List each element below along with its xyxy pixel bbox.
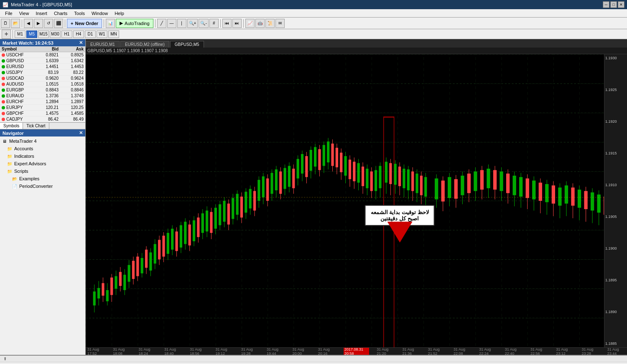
period-m30[interactable]: M30 — [50, 30, 61, 38]
market-watch-row[interactable]: GBPCHF 1.4575 1.4585 — [0, 111, 85, 116]
chart-tab-eurusd-m1[interactable]: EURUSD,M1 — [86, 41, 120, 48]
auto-trading-button[interactable]: ▶ AutoTrading — [116, 19, 153, 28]
period-d1[interactable]: D1 — [85, 30, 96, 38]
close-button[interactable]: ✕ — [618, 1, 624, 8]
svg-rect-120 — [327, 142, 329, 162]
grid-btn[interactable]: # — [209, 19, 219, 28]
line-btn[interactable]: ╱ — [157, 19, 166, 28]
svg-rect-173 — [454, 179, 458, 199]
svg-rect-96 — [275, 169, 278, 190]
svg-rect-90 — [262, 177, 265, 197]
market-watch-row[interactable]: EURGBP 0.8843 0.8846 — [0, 87, 85, 93]
nav-examples-label: Examples — [19, 176, 39, 181]
price-5: 1.1910 — [605, 183, 626, 187]
nav-accounts[interactable]: 📁 Accounts — [0, 145, 85, 152]
forward-btn[interactable]: ▶ — [34, 19, 43, 28]
svg-rect-54 — [184, 222, 186, 244]
menu-insert[interactable]: Insert — [32, 10, 51, 17]
zoom-out-btn[interactable]: 🔍- — [199, 19, 208, 28]
market-watch-row[interactable]: GBPUSD 1.6339 1.6342 — [0, 58, 85, 64]
svg-rect-64 — [206, 210, 208, 231]
market-watch-row[interactable]: EURAUD 1.3736 1.3748 — [0, 93, 85, 99]
market-watch-row[interactable]: USDJPY 83.19 83.22 — [0, 70, 85, 76]
indicator-btn[interactable]: 📈 — [245, 19, 255, 28]
email-btn[interactable]: ✉ — [275, 19, 285, 28]
chart-tab-eurusd-m2[interactable]: EURUSD,M2 (offline) — [120, 41, 169, 48]
nav-expert-advisors[interactable]: 📁 Expert Advisors — [0, 160, 85, 167]
script-btn[interactable]: 📜 — [265, 19, 275, 28]
market-watch-row[interactable]: EURCHF 1.2894 1.2897 — [0, 99, 85, 105]
nav-scripts[interactable]: 📁 Scripts — [0, 167, 85, 175]
period-m1[interactable]: M1 — [15, 30, 25, 38]
new-order-button[interactable]: + New Order — [67, 19, 102, 28]
nav-indicators[interactable]: 📁 Indicators — [0, 152, 85, 160]
vline-btn[interactable]: | — [177, 19, 186, 28]
svg-rect-44 — [162, 236, 165, 257]
svg-rect-193 — [519, 177, 522, 197]
crosshair-btn[interactable]: ✛ — [2, 30, 11, 39]
open-btn[interactable]: 📂 — [11, 19, 20, 28]
period-m5[interactable]: M5 — [26, 30, 37, 38]
svg-rect-211 — [578, 190, 581, 207]
ts-17: 31 Aug 22:56 — [530, 347, 548, 355]
chart-canvas[interactable]: لاحظ توقيت بداية الشمعه اصبح كل دقيقتين … — [86, 54, 627, 347]
chart-bar-btn[interactable]: 📊 — [106, 19, 115, 28]
back-btn[interactable]: ◀ — [24, 19, 33, 28]
mw-tab-symbols[interactable]: Symbols — [0, 123, 23, 129]
period-m15[interactable]: M15 — [38, 30, 49, 38]
market-watch-row[interactable]: AUDUSD 1.0515 1.0518 — [0, 81, 85, 87]
mw-dot — [2, 65, 5, 68]
period-mn[interactable]: MN — [108, 30, 119, 38]
market-watch-close[interactable]: ✕ — [79, 40, 83, 46]
chart-tab-gbpusd-m5[interactable]: GBPUSD,M5 — [170, 41, 204, 48]
ts-18: 31 Aug 23:12 — [556, 347, 574, 355]
price-7: 1.1900 — [605, 246, 626, 250]
maximize-button[interactable]: □ — [610, 1, 617, 8]
menu-window[interactable]: Window — [88, 10, 111, 17]
ts-13: 31 Aug 21:52 — [428, 347, 446, 355]
minimize-button[interactable]: ─ — [603, 1, 609, 8]
menu-file[interactable]: File — [2, 10, 16, 17]
mw-dot — [2, 53, 5, 57]
navigator-close[interactable]: ✕ — [79, 130, 83, 136]
nav-metatrader4[interactable]: 🖥 MetaTrader 4 — [0, 137, 85, 145]
price-4: 1.1915 — [605, 151, 626, 155]
market-watch-row[interactable]: EURJPY 120.21 120.25 — [0, 105, 85, 111]
svg-rect-98 — [279, 172, 282, 194]
mw-bid: 1.3736 — [33, 94, 59, 98]
hline-btn[interactable]: — — [167, 19, 176, 28]
col-symbol: Symbol — [2, 47, 33, 51]
svg-rect-159 — [411, 172, 414, 191]
period-h1[interactable]: H1 — [61, 30, 72, 38]
menu-view[interactable]: View — [16, 10, 33, 17]
market-watch-row[interactable]: EURUSD 1.4451 1.4453 — [0, 64, 85, 70]
svg-rect-16 — [102, 283, 104, 296]
new-file-btn[interactable]: 🗒 — [1, 19, 10, 28]
mw-ask: 1.4585 — [59, 111, 84, 116]
market-watch-row[interactable]: USDCHF 0.8921 0.8925 — [0, 52, 85, 58]
nav-examples[interactable]: 📂 Examples — [0, 175, 85, 182]
expert-btn[interactable]: 🤖 — [255, 19, 265, 28]
svg-rect-126 — [340, 153, 342, 172]
menu-charts[interactable]: Charts — [51, 10, 71, 17]
period-h4[interactable]: H4 — [73, 30, 84, 38]
period-w1[interactable]: W1 — [97, 30, 107, 38]
mw-symbol: USDCAD — [2, 76, 33, 81]
mw-tab-tick[interactable]: Tick Chart — [23, 123, 49, 129]
nav-period-converter[interactable]: 📄 PeriodConverter — [0, 182, 85, 190]
zoom-in-btn[interactable]: 🔍+ — [187, 19, 198, 28]
menu-help[interactable]: Help — [111, 10, 127, 17]
svg-rect-84 — [249, 189, 252, 209]
refresh-btn[interactable]: ↺ — [44, 19, 53, 28]
scroll-right-btn[interactable]: ⏭ — [232, 19, 242, 28]
new-order-label: New Order — [75, 21, 98, 26]
scroll-left-btn[interactable]: ⏮ — [222, 19, 232, 28]
stop-btn[interactable]: ⬛ — [54, 19, 63, 28]
panel-resize-icon[interactable]: ⬆ — [3, 356, 7, 361]
market-watch-row[interactable]: CADJPY 86.42 86.49 — [0, 116, 85, 122]
mw-bid: 86.42 — [33, 117, 59, 121]
svg-rect-108 — [301, 154, 303, 174]
mw-dot — [2, 59, 5, 63]
menu-tools[interactable]: Tools — [71, 10, 88, 17]
market-watch-row[interactable]: USDCAD 0.9620 0.9624 — [0, 76, 85, 81]
